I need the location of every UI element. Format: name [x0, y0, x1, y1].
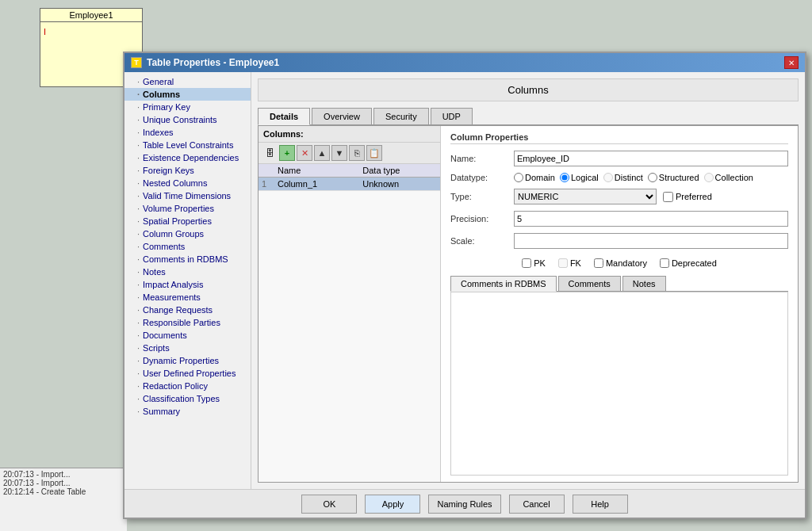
row-datatype: Unknown	[359, 178, 440, 191]
nav-item-documents[interactable]: Documents	[124, 329, 251, 342]
cancel-button[interactable]: Cancel	[509, 495, 565, 514]
pk-checkbox[interactable]	[522, 258, 531, 268]
nav-item-redaction[interactable]: Redaction Policy	[124, 380, 251, 392]
db-icon: 🗄	[262, 145, 278, 161]
radio-logical[interactable]: Logical	[560, 173, 599, 182]
columns-toolbar: 🗄 + ✕ ▲ ▼ ⎘ 📋	[259, 143, 440, 164]
ok-button[interactable]: OK	[301, 495, 357, 514]
col-name-header: Name	[274, 164, 359, 178]
radio-domain-input[interactable]	[514, 173, 523, 182]
nav-item-responsible[interactable]: Responsible Parties	[124, 316, 251, 329]
delete-column-button[interactable]: ✕	[297, 145, 312, 161]
nav-item-general[interactable]: General	[124, 75, 251, 88]
close-button[interactable]: ✕	[784, 56, 799, 69]
dialog-title: Table Properties - Employee1	[147, 57, 279, 68]
pk-checkbox-item[interactable]: PK	[522, 258, 546, 268]
mandatory-checkbox[interactable]	[594, 258, 603, 268]
nav-item-indexes[interactable]: Indexes	[124, 126, 251, 139]
entity-header: Employee1	[40, 9, 142, 22]
nav-item-volume[interactable]: Volume Properties	[124, 202, 251, 215]
columns-panel-label: Columns:	[259, 126, 440, 143]
pk-label: PK	[534, 258, 546, 268]
nav-item-comments[interactable]: Comments	[124, 240, 251, 253]
nav-item-scripts[interactable]: Scripts	[124, 342, 251, 354]
nav-item-unique-constraints[interactable]: Unique Constraints	[124, 113, 251, 126]
row-name: Column_1	[274, 178, 359, 191]
nav-item-user-defined[interactable]: User Defined Properties	[124, 367, 251, 380]
nav-item-summary[interactable]: Summary	[124, 405, 251, 418]
log-line-2: 20:07:13 - Import...	[3, 479, 124, 487]
nav-item-comments-rdbms[interactable]: Comments in RDBMS	[124, 253, 251, 266]
row-num: 1	[259, 178, 274, 191]
precision-label: Precision:	[450, 214, 514, 223]
scale-label: Scale:	[450, 236, 514, 246]
nav-item-change-requests[interactable]: Change Requests	[124, 304, 251, 316]
log-line-1: 20:07:13 - Import...	[3, 470, 124, 479]
nav-item-valid-time[interactable]: Valid Time Dimensions	[124, 189, 251, 202]
nav-item-existence[interactable]: Existence Dependencies	[124, 151, 251, 164]
checkbox-row: PK FK Mandatory	[450, 258, 788, 268]
nav-item-classification[interactable]: Classification Types	[124, 392, 251, 405]
nav-item-columns[interactable]: Columns	[124, 88, 251, 101]
nav-item-notes[interactable]: Notes	[124, 266, 251, 278]
radio-structured[interactable]: Structured	[648, 173, 699, 182]
paste-button[interactable]: 📋	[366, 145, 382, 161]
fk-label: FK	[570, 258, 581, 268]
radio-distinct[interactable]: Distinct	[603, 173, 643, 182]
nav-item-nested-columns[interactable]: Nested Columns	[124, 177, 251, 189]
scale-row: Scale:	[450, 233, 788, 249]
tab-overview[interactable]: Overview	[312, 108, 372, 124]
deprecated-checkbox[interactable]	[660, 258, 669, 268]
columns-header-bar: Columns	[258, 78, 799, 101]
nav-item-foreign-keys[interactable]: Foreign Keys	[124, 164, 251, 177]
datatype-options: Domain Logical Distinct	[514, 173, 753, 182]
apply-button[interactable]: Apply	[365, 495, 420, 514]
tab-security[interactable]: Security	[373, 108, 429, 124]
nav-item-primary-key[interactable]: Primary Key	[124, 101, 251, 113]
radio-distinct-input	[603, 173, 613, 182]
preferred-checkbox[interactable]	[663, 192, 673, 202]
bottom-tab-notes[interactable]: Notes	[622, 276, 666, 291]
nav-item-spatial[interactable]: Spatial Properties	[124, 215, 251, 227]
help-button[interactable]: Help	[573, 495, 628, 514]
scale-input[interactable]	[514, 233, 788, 249]
type-select[interactable]: NUMERIC VARCHAR INTEGER DATE FLOAT CHAR …	[514, 189, 657, 204]
dialog-icon: T	[131, 57, 142, 68]
nav-item-column-groups[interactable]: Column Groups	[124, 227, 251, 240]
dialog-footer: OK Apply Naming Rules Cancel Help	[124, 489, 805, 518]
precision-input[interactable]	[514, 211, 788, 227]
copy-button[interactable]: ⎘	[349, 145, 365, 161]
tab-udp[interactable]: UDP	[431, 108, 473, 124]
bottom-tabs-row: Comments in RDBMS Comments Notes	[450, 276, 788, 292]
bottom-tab-comments-rdbms[interactable]: Comments in RDBMS	[450, 276, 557, 292]
fk-checkbox-item: FK	[558, 258, 581, 268]
columns-props-area: Columns: 🗄 + ✕ ▲ ▼ ⎘ 📋	[258, 125, 799, 483]
table-row[interactable]: 1 Column_1 Unknown	[259, 178, 440, 191]
nav-item-measurements[interactable]: Measurements	[124, 291, 251, 304]
bottom-tab-comments[interactable]: Comments	[558, 276, 621, 291]
column-properties-panel: Column Properties Name: Datatype:	[441, 126, 798, 482]
preferred-check[interactable]: Preferred	[663, 192, 712, 202]
preferred-label: Preferred	[676, 192, 712, 201]
deprecated-label: Deprecated	[672, 258, 717, 268]
mandatory-checkbox-item[interactable]: Mandatory	[594, 258, 647, 268]
name-input[interactable]	[514, 151, 788, 166]
radio-domain[interactable]: Domain	[514, 173, 555, 182]
radio-collection[interactable]: Collection	[704, 173, 753, 182]
add-column-button[interactable]: +	[279, 145, 295, 161]
deprecated-checkbox-item[interactable]: Deprecated	[660, 258, 717, 268]
move-up-button[interactable]: ▲	[314, 145, 330, 161]
nav-item-impact-analysis[interactable]: Impact Analysis	[124, 278, 251, 291]
table-properties-dialog: T Table Properties - Employee1 ✕ General…	[123, 52, 806, 519]
tab-details[interactable]: Details	[258, 108, 310, 125]
radio-logical-input[interactable]	[560, 173, 569, 182]
move-down-button[interactable]: ▼	[331, 145, 347, 161]
radio-structured-input[interactable]	[648, 173, 657, 182]
nav-item-dynamic[interactable]: Dynamic Properties	[124, 354, 251, 367]
naming-rules-button[interactable]: Naming Rules	[428, 495, 500, 514]
type-row: Type: NUMERIC VARCHAR INTEGER DATE FLOAT…	[450, 189, 788, 204]
dialog-body: General Columns Primary Key Unique Const…	[124, 72, 805, 489]
radio-logical-label: Logical	[571, 173, 599, 182]
nav-item-table-level[interactable]: Table Level Constraints	[124, 139, 251, 151]
comments-area[interactable]	[450, 292, 788, 476]
